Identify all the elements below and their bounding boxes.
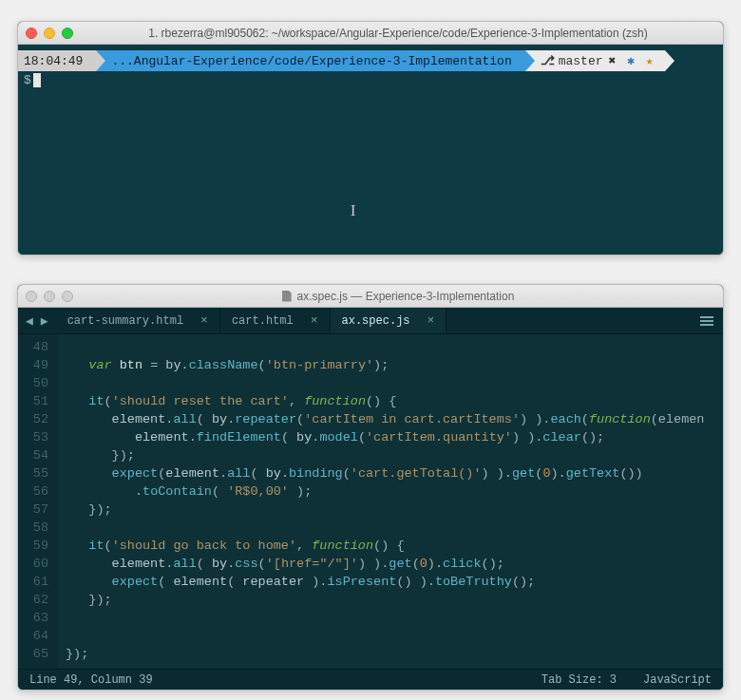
tab-label: ax.spec.js: [342, 314, 410, 328]
minimize-icon[interactable]: [44, 291, 55, 302]
tab-ax-spec[interactable]: ax.spec.js ×: [331, 308, 447, 333]
editor-titlebar: ax.spec.js — Experience-3-Implementation: [18, 285, 723, 308]
editor-title-text: ax.spec.js — Experience-3-Implementation: [297, 290, 515, 303]
code-area[interactable]: 48 49 50 51 52 53 54 55 56 57 58 59 60 6…: [18, 334, 723, 669]
prompt-row: 18:04:49 ...Angular-Experience/code/Expe…: [18, 50, 723, 71]
tab-bar: ◀ ▶ cart-summary.html × cart.html × ax.s…: [18, 308, 723, 334]
tab-nav: ◀ ▶: [18, 308, 56, 333]
tab-menu-button[interactable]: [691, 308, 723, 333]
tab-close-icon[interactable]: ×: [428, 313, 435, 328]
editor-window: ax.spec.js — Experience-3-Implementation…: [17, 284, 724, 691]
prompt-symbol: $: [24, 73, 31, 87]
tab-label: cart-summary.html: [67, 314, 183, 328]
zoom-icon[interactable]: [62, 28, 73, 39]
branch-name: master: [559, 54, 603, 68]
prompt-time: 18:04:49: [18, 50, 96, 71]
prompt-path: ...Angular-Experience/code/Experience-3-…: [96, 50, 524, 71]
tab-cart-summary[interactable]: cart-summary.html ×: [56, 308, 220, 333]
file-icon: [282, 291, 292, 302]
text-cursor-icon: I: [351, 202, 355, 219]
minimize-icon[interactable]: [44, 28, 55, 39]
editor-title: ax.spec.js — Experience-3-Implementation: [81, 290, 715, 303]
git-gear-icon: ✱: [627, 54, 636, 68]
traffic-lights: [26, 291, 73, 302]
terminal-body[interactable]: 18:04:49 ...Angular-Experience/code/Expe…: [18, 50, 723, 255]
zoom-icon[interactable]: [62, 291, 73, 302]
traffic-lights: [26, 28, 73, 39]
nav-back-icon[interactable]: ◀: [26, 313, 33, 329]
prompt-branch: ⎇ master ✖ ✱ ★: [525, 50, 665, 71]
status-tabsize[interactable]: Tab Size: 3: [542, 673, 617, 687]
tab-close-icon[interactable]: ×: [200, 313, 208, 328]
terminal-titlebar: 1. rbezerra@ml905062: ~/workspace/Angula…: [18, 22, 723, 45]
status-bar: Line 49, Column 39 Tab Size: 3 JavaScrip…: [18, 669, 723, 690]
tab-close-icon[interactable]: ×: [311, 313, 318, 328]
tab-label: cart.html: [232, 314, 294, 328]
terminal-cursor: [33, 73, 41, 87]
hamburger-icon: [700, 320, 713, 322]
close-icon[interactable]: [26, 291, 37, 302]
status-position[interactable]: Line 49, Column 39: [29, 673, 153, 687]
code-content[interactable]: var btn = by.className('btn-primarry'); …: [58, 334, 723, 669]
git-status-icons: ✖ ✱ ★: [609, 53, 656, 68]
line-gutter: 48 49 50 51 52 53 54 55 56 57 58 59 60 6…: [18, 334, 58, 669]
git-star-icon: ★: [646, 54, 656, 68]
prompt-line[interactable]: $: [18, 71, 723, 89]
nav-forward-icon[interactable]: ▶: [41, 313, 48, 329]
git-dirty-icon: ✖: [609, 54, 618, 68]
tab-cart[interactable]: cart.html ×: [220, 308, 331, 333]
git-branch-icon: ⎇: [541, 53, 555, 68]
close-icon[interactable]: [26, 28, 37, 39]
status-language[interactable]: JavaScript: [643, 673, 712, 687]
terminal-window: 1. rbezerra@ml905062: ~/workspace/Angula…: [17, 21, 724, 255]
terminal-title: 1. rbezerra@ml905062: ~/workspace/Angula…: [81, 27, 715, 40]
